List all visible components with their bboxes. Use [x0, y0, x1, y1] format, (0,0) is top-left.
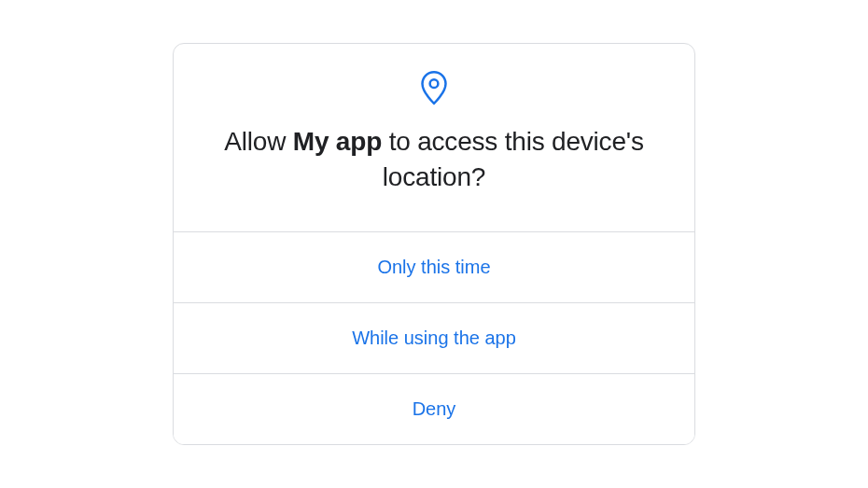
- permission-dialog: Allow My app to access this device's loc…: [173, 43, 695, 446]
- title-prefix: Allow: [224, 127, 293, 156]
- location-pin-icon: [420, 70, 448, 105]
- while-using-app-button[interactable]: While using the app: [174, 303, 694, 374]
- dialog-title: Allow My app to access this device's loc…: [211, 124, 657, 195]
- deny-button[interactable]: Deny: [174, 374, 694, 444]
- dialog-header: Allow My app to access this device's loc…: [174, 44, 694, 233]
- only-this-time-button[interactable]: Only this time: [174, 232, 694, 303]
- icon-container: [211, 70, 657, 105]
- title-suffix: to access this device's location?: [382, 127, 644, 191]
- app-name: My app: [293, 127, 382, 156]
- svg-point-0: [430, 79, 439, 88]
